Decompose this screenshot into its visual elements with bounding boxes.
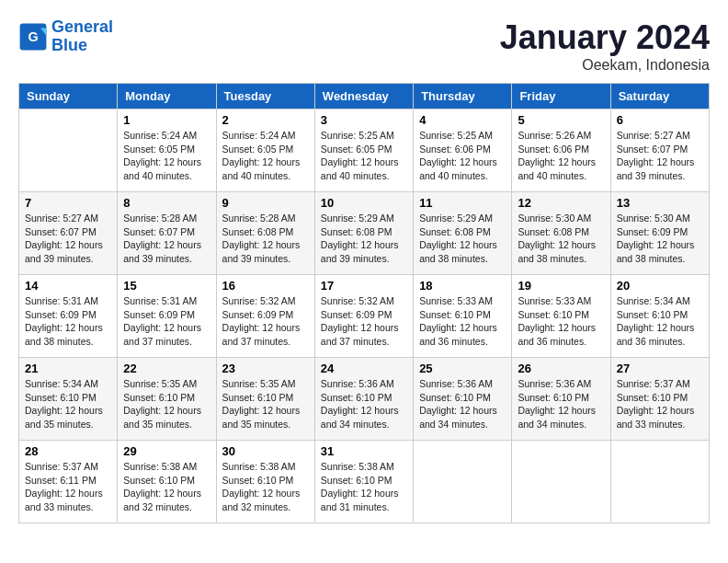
calendar-cell: 18Sunrise: 5:33 AM Sunset: 6:10 PM Dayli… [414,275,512,358]
day-info: Sunrise: 5:35 AM Sunset: 6:10 PM Dayligh… [222,377,309,431]
calendar-cell: 17Sunrise: 5:32 AM Sunset: 6:09 PM Dayli… [314,275,413,358]
weekday-header: Wednesday [314,84,413,109]
day-number: 24 [321,362,407,375]
title-block: January 2024 Oeekam, Indonesia [500,18,710,74]
calendar-week-row: 1Sunrise: 5:24 AM Sunset: 6:05 PM Daylig… [19,109,710,192]
day-number: 5 [518,113,604,127]
calendar-cell: 8Sunrise: 5:28 AM Sunset: 6:07 PM Daylig… [118,192,216,275]
calendar-cell [512,441,610,523]
day-number: 28 [25,444,111,458]
day-info: Sunrise: 5:25 AM Sunset: 6:05 PM Dayligh… [321,129,407,183]
day-number: 19 [518,279,604,293]
calendar-cell: 12Sunrise: 5:30 AM Sunset: 6:08 PM Dayli… [512,192,610,275]
day-number: 8 [123,196,210,210]
weekday-header: Friday [512,84,610,109]
calendar-cell [610,441,709,523]
day-number: 12 [518,196,604,210]
weekday-header: Sunday [19,84,118,109]
day-info: Sunrise: 5:28 AM Sunset: 6:07 PM Dayligh… [123,212,210,266]
header-row: SundayMondayTuesdayWednesdayThursdayFrid… [19,84,710,109]
day-info: Sunrise: 5:31 AM Sunset: 6:09 PM Dayligh… [123,294,210,349]
day-info: Sunrise: 5:37 AM Sunset: 6:11 PM Dayligh… [25,460,111,514]
calendar-cell: 30Sunrise: 5:38 AM Sunset: 6:10 PM Dayli… [216,441,314,523]
day-number: 15 [123,279,210,293]
day-number: 27 [617,362,703,375]
day-info: Sunrise: 5:38 AM Sunset: 6:10 PM Dayligh… [123,460,210,514]
calendar-cell: 4Sunrise: 5:25 AM Sunset: 6:06 PM Daylig… [414,109,512,192]
calendar-cell: 9Sunrise: 5:28 AM Sunset: 6:08 PM Daylig… [216,192,314,275]
weekday-header: Saturday [610,84,709,109]
calendar-cell: 6Sunrise: 5:27 AM Sunset: 6:07 PM Daylig… [610,109,709,192]
day-info: Sunrise: 5:37 AM Sunset: 6:10 PM Dayligh… [617,377,703,431]
calendar-cell: 2Sunrise: 5:24 AM Sunset: 6:05 PM Daylig… [216,109,314,192]
day-info: Sunrise: 5:26 AM Sunset: 6:06 PM Dayligh… [518,129,604,183]
day-info: Sunrise: 5:38 AM Sunset: 6:10 PM Dayligh… [222,460,309,514]
day-number: 14 [25,279,111,293]
weekday-header: Tuesday [216,84,314,109]
calendar-cell: 11Sunrise: 5:29 AM Sunset: 6:08 PM Dayli… [414,192,512,275]
month-title: January 2024 [500,18,710,57]
day-number: 9 [222,196,309,210]
day-number: 21 [25,362,111,375]
day-info: Sunrise: 5:32 AM Sunset: 6:09 PM Dayligh… [222,294,309,349]
page-header: G General Blue January 2024 Oeekam, Indo… [18,18,710,74]
calendar-cell: 20Sunrise: 5:34 AM Sunset: 6:10 PM Dayli… [610,275,709,358]
day-info: Sunrise: 5:27 AM Sunset: 6:07 PM Dayligh… [25,212,111,266]
day-info: Sunrise: 5:34 AM Sunset: 6:10 PM Dayligh… [617,294,703,349]
calendar-cell: 23Sunrise: 5:35 AM Sunset: 6:10 PM Dayli… [216,358,314,441]
day-number: 17 [321,279,407,293]
calendar-week-row: 7Sunrise: 5:27 AM Sunset: 6:07 PM Daylig… [19,192,710,275]
day-info: Sunrise: 5:31 AM Sunset: 6:09 PM Dayligh… [25,294,111,349]
calendar-cell: 19Sunrise: 5:33 AM Sunset: 6:10 PM Dayli… [512,275,610,358]
calendar-table: SundayMondayTuesdayWednesdayThursdayFrid… [18,83,710,523]
day-number: 23 [222,362,309,375]
day-info: Sunrise: 5:30 AM Sunset: 6:08 PM Dayligh… [518,212,604,266]
day-info: Sunrise: 5:29 AM Sunset: 6:08 PM Dayligh… [321,212,407,266]
day-info: Sunrise: 5:27 AM Sunset: 6:07 PM Dayligh… [617,129,703,183]
day-number: 3 [321,113,407,127]
day-number: 4 [419,113,506,127]
calendar-cell [414,441,512,523]
day-info: Sunrise: 5:35 AM Sunset: 6:10 PM Dayligh… [123,377,210,431]
day-info: Sunrise: 5:38 AM Sunset: 6:10 PM Dayligh… [321,460,407,514]
day-number: 31 [321,444,407,458]
calendar-cell: 10Sunrise: 5:29 AM Sunset: 6:08 PM Dayli… [314,192,413,275]
day-number: 26 [518,362,604,375]
day-info: Sunrise: 5:33 AM Sunset: 6:10 PM Dayligh… [518,294,604,349]
calendar-cell: 25Sunrise: 5:36 AM Sunset: 6:10 PM Dayli… [414,358,512,441]
day-number: 16 [222,279,309,293]
day-number: 7 [25,196,111,210]
logo-line2: Blue [51,36,87,54]
day-number: 30 [222,444,309,458]
calendar-cell: 31Sunrise: 5:38 AM Sunset: 6:10 PM Dayli… [314,441,413,523]
calendar-cell: 28Sunrise: 5:37 AM Sunset: 6:11 PM Dayli… [19,441,118,523]
day-number: 20 [617,279,703,293]
logo: G General Blue [18,18,113,55]
calendar-cell: 15Sunrise: 5:31 AM Sunset: 6:09 PM Dayli… [118,275,216,358]
calendar-week-row: 21Sunrise: 5:34 AM Sunset: 6:10 PM Dayli… [19,358,710,441]
calendar-cell: 3Sunrise: 5:25 AM Sunset: 6:05 PM Daylig… [314,109,413,192]
day-info: Sunrise: 5:24 AM Sunset: 6:05 PM Dayligh… [123,129,210,183]
day-info: Sunrise: 5:33 AM Sunset: 6:10 PM Dayligh… [419,294,506,349]
day-info: Sunrise: 5:28 AM Sunset: 6:08 PM Dayligh… [222,212,309,266]
logo-line1: General [51,17,113,36]
calendar-cell: 24Sunrise: 5:36 AM Sunset: 6:10 PM Dayli… [314,358,413,441]
day-info: Sunrise: 5:25 AM Sunset: 6:06 PM Dayligh… [419,129,506,183]
day-info: Sunrise: 5:34 AM Sunset: 6:10 PM Dayligh… [25,377,111,431]
calendar-cell: 27Sunrise: 5:37 AM Sunset: 6:10 PM Dayli… [610,358,709,441]
calendar-cell: 26Sunrise: 5:36 AM Sunset: 6:10 PM Dayli… [512,358,610,441]
calendar-week-row: 14Sunrise: 5:31 AM Sunset: 6:09 PM Dayli… [19,275,710,358]
weekday-header: Monday [118,84,216,109]
calendar-cell: 7Sunrise: 5:27 AM Sunset: 6:07 PM Daylig… [19,192,118,275]
calendar-cell: 14Sunrise: 5:31 AM Sunset: 6:09 PM Dayli… [19,275,118,358]
calendar-cell [19,109,118,192]
day-number: 13 [617,196,703,210]
day-number: 6 [617,113,703,127]
day-info: Sunrise: 5:29 AM Sunset: 6:08 PM Dayligh… [419,212,506,266]
day-number: 18 [419,279,506,293]
calendar-cell: 16Sunrise: 5:32 AM Sunset: 6:09 PM Dayli… [216,275,314,358]
day-info: Sunrise: 5:36 AM Sunset: 6:10 PM Dayligh… [419,377,506,431]
calendar-cell: 22Sunrise: 5:35 AM Sunset: 6:10 PM Dayli… [118,358,216,441]
day-number: 22 [123,362,210,375]
location-subtitle: Oeekam, Indonesia [500,57,710,74]
